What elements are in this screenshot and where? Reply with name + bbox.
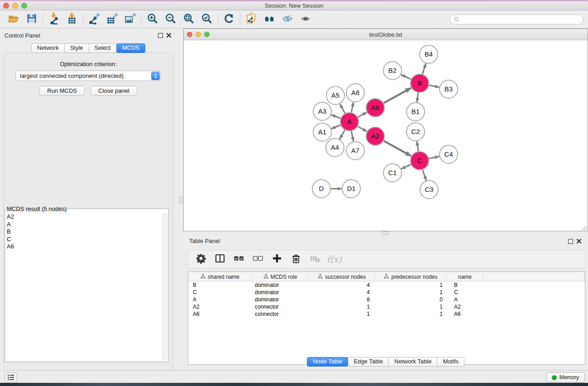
zoom-fit-button[interactable] [180, 11, 198, 28]
trash-button[interactable] [288, 251, 304, 267]
table-cell[interactable]: 1 [309, 303, 375, 310]
graph-edge-B-B1[interactable] [417, 93, 418, 102]
graph-edge-A-A4[interactable] [339, 130, 344, 139]
table-cell[interactable]: dominator [252, 289, 309, 296]
criterion-dropdown[interactable]: largest connected component (directed) [15, 71, 161, 81]
table-cell[interactable] [483, 296, 585, 303]
graph-edge-C-C1[interactable] [401, 165, 411, 169]
table-cell[interactable]: B [447, 281, 483, 289]
graph-edge-A-A8[interactable] [351, 102, 354, 113]
zoom-in-button[interactable] [143, 11, 162, 28]
graph-edge-C-C2[interactable] [417, 141, 418, 151]
table-cell[interactable]: 1 [375, 310, 447, 318]
table-cell[interactable]: 1 [375, 289, 447, 296]
vertical-splitter-handle[interactable] [179, 196, 183, 204]
columns-button[interactable] [212, 251, 228, 267]
refresh-button[interactable] [220, 11, 238, 28]
table-cell[interactable]: 4 [309, 289, 375, 296]
table-cell[interactable]: A [188, 296, 252, 303]
table-cell[interactable]: 0 [375, 296, 447, 303]
table-cell[interactable]: A2 [188, 303, 252, 310]
graph-edge-A2-C[interactable] [383, 141, 411, 156]
table-cell[interactable]: connector [252, 303, 309, 310]
table-cell[interactable]: dominator [252, 296, 309, 303]
tab-edge-table[interactable]: Edge Table [348, 357, 389, 367]
graph-edge-A-A5[interactable] [340, 104, 345, 114]
clone-network-button[interactable] [242, 11, 260, 28]
check-all-button[interactable] [231, 251, 247, 267]
close-panel-button[interactable]: Close panel [91, 86, 137, 95]
mcds-result-item[interactable]: B [7, 228, 160, 236]
table-cell[interactable]: A2 [447, 303, 483, 310]
table-cell[interactable]: 1 [309, 310, 375, 318]
tab-motifs[interactable]: Motifs [437, 357, 464, 367]
graph-edge-A-A7[interactable] [351, 131, 354, 142]
graph-edge-C-C3[interactable] [423, 170, 426, 181]
table-cell[interactable]: dominator [252, 281, 309, 289]
table-cell[interactable] [483, 303, 585, 310]
horizontal-splitter-handle[interactable] [382, 231, 388, 235]
graph-edge-A6-B[interactable] [383, 88, 411, 103]
table-cell[interactable]: A6 [188, 310, 252, 318]
eye-button[interactable] [296, 11, 315, 28]
table-cell[interactable] [483, 310, 585, 318]
table-row[interactable]: A2connector11A2 [188, 303, 585, 310]
tab-network-table[interactable]: Network Table [388, 357, 437, 367]
table-cell[interactable]: A6 [447, 310, 483, 318]
mcds-result-item[interactable]: A6 [7, 243, 160, 251]
import-table-button[interactable] [63, 11, 81, 28]
mcds-result-item[interactable]: A [7, 221, 160, 229]
table-row[interactable]: Cdominator41C [188, 289, 585, 296]
graph-edge-B-B2[interactable] [401, 75, 411, 79]
result-scrollbar[interactable] [163, 214, 167, 360]
memory-button[interactable]: Memory [546, 372, 585, 382]
table-cell[interactable]: 4 [309, 281, 375, 289]
column-header-predecessor-nodes[interactable]: predecessor nodes [375, 272, 447, 281]
zoom-selected-button[interactable] [198, 11, 216, 28]
graph-edge-A-A1[interactable] [331, 125, 341, 129]
graph-edge-A-A3[interactable] [331, 115, 341, 119]
close-panel-icon[interactable] [166, 33, 172, 38]
graph-edge-B-B3[interactable] [429, 85, 440, 87]
tab-node-table[interactable]: Node Table [307, 357, 349, 367]
table-cell[interactable]: B [188, 281, 252, 289]
zoom-out-button[interactable] [162, 11, 180, 28]
graph-edge-A-A2[interactable] [358, 126, 367, 131]
resize-grip-icon[interactable] [581, 224, 587, 230]
table-row[interactable]: A6connector11A6 [188, 310, 585, 318]
mcds-result-item[interactable]: A2 [7, 213, 160, 221]
export-image-button[interactable] [121, 11, 139, 28]
uncheck-all-button[interactable] [250, 251, 266, 267]
export-table-button[interactable] [103, 11, 121, 28]
tab-select[interactable]: Select [89, 43, 117, 53]
table-row[interactable]: Bdominator41B [188, 281, 585, 289]
search-box[interactable] [449, 14, 583, 24]
column-header-name[interactable]: name [447, 272, 483, 281]
table-cell[interactable]: connector [252, 310, 309, 318]
column-header-MCDS-role[interactable]: MCDS role [252, 272, 309, 281]
tab-mcds[interactable]: MCDS [116, 43, 145, 53]
float-panel-icon[interactable] [158, 33, 163, 38]
table-cell[interactable] [483, 281, 585, 289]
search-input[interactable] [462, 16, 579, 23]
open-file-button[interactable] [5, 11, 23, 28]
task-history-button[interactable] [5, 372, 17, 382]
column-header-successor-nodes[interactable]: successor nodes [309, 272, 375, 281]
table-cell[interactable]: C [188, 289, 252, 296]
table-cell[interactable]: 8 [309, 296, 375, 303]
save-session-button[interactable] [23, 11, 41, 28]
table-cell[interactable]: 1 [375, 281, 447, 289]
table-row[interactable]: Adominator80A [188, 296, 585, 303]
graph-edge-B-B4[interactable] [422, 63, 425, 74]
graph-edge-A-A6[interactable] [358, 112, 367, 117]
tab-style[interactable]: Style [64, 43, 89, 53]
table-cell[interactable]: 1 [375, 303, 447, 310]
eye-slash-button[interactable] [278, 11, 296, 28]
column-header-shared-name[interactable]: shared name [188, 272, 252, 281]
network-canvas[interactable]: B4B2BB3A5A8A6A3AB1A1A2C2A4A7C4CC1DD1C3 [184, 40, 588, 231]
float-table-panel-icon[interactable] [568, 239, 573, 244]
export-network-button[interactable] [85, 11, 103, 28]
table-cell[interactable]: A [447, 296, 483, 303]
table-cell[interactable] [483, 289, 585, 296]
houses-button[interactable] [260, 11, 278, 28]
